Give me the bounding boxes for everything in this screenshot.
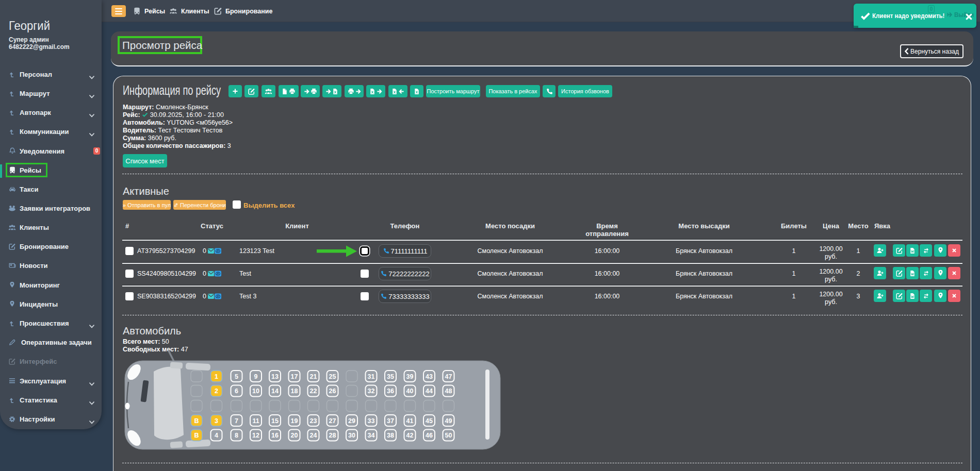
svg-text:B: B [194,432,199,439]
svg-text:B: B [194,417,199,425]
svg-text:19: 19 [291,417,298,425]
svg-text:15: 15 [271,417,279,425]
svg-text:28: 28 [329,432,336,439]
svg-text:27: 27 [329,417,336,425]
svg-text:41: 41 [406,417,414,425]
svg-text:40: 40 [406,388,414,395]
svg-text:3: 3 [215,417,218,425]
svg-text:14: 14 [271,388,279,395]
svg-text:46: 46 [426,432,433,439]
svg-text:12: 12 [252,432,259,439]
svg-text:47: 47 [445,373,452,380]
svg-text:23: 23 [310,417,317,425]
svg-text:7: 7 [235,417,238,425]
svg-text:9: 9 [254,373,258,380]
svg-text:42: 42 [406,432,414,439]
svg-text:26: 26 [329,388,336,395]
svg-text:18: 18 [291,388,298,395]
svg-text:10: 10 [252,388,259,395]
svg-text:4: 4 [215,432,218,439]
svg-text:31: 31 [368,373,375,380]
svg-text:48: 48 [445,388,452,395]
svg-text:29: 29 [348,417,355,425]
svg-text:43: 43 [426,373,433,380]
svg-text:11: 11 [252,417,259,425]
svg-text:20: 20 [291,432,298,439]
svg-text:45: 45 [426,417,433,425]
svg-text:8: 8 [235,432,238,439]
svg-text:30: 30 [348,432,355,439]
svg-text:2: 2 [215,388,218,395]
svg-text:39: 39 [406,373,414,380]
svg-text:5: 5 [235,373,238,380]
svg-text:38: 38 [387,432,394,439]
svg-text:6: 6 [235,388,238,395]
svg-text:35: 35 [387,373,394,380]
svg-text:13: 13 [271,373,279,380]
svg-text:33: 33 [368,417,375,425]
svg-text:36: 36 [387,388,394,395]
svg-text:44: 44 [426,388,433,395]
svg-text:21: 21 [310,373,317,380]
svg-text:17: 17 [291,373,298,380]
svg-text:32: 32 [368,388,375,395]
svg-text:50: 50 [445,432,452,439]
svg-text:25: 25 [329,373,336,380]
svg-text:24: 24 [310,432,317,439]
svg-text:1: 1 [215,373,218,380]
svg-text:37: 37 [387,417,394,425]
svg-text:16: 16 [271,432,279,439]
svg-text:34: 34 [368,432,375,439]
svg-text:49: 49 [445,417,452,425]
svg-text:22: 22 [310,388,317,395]
